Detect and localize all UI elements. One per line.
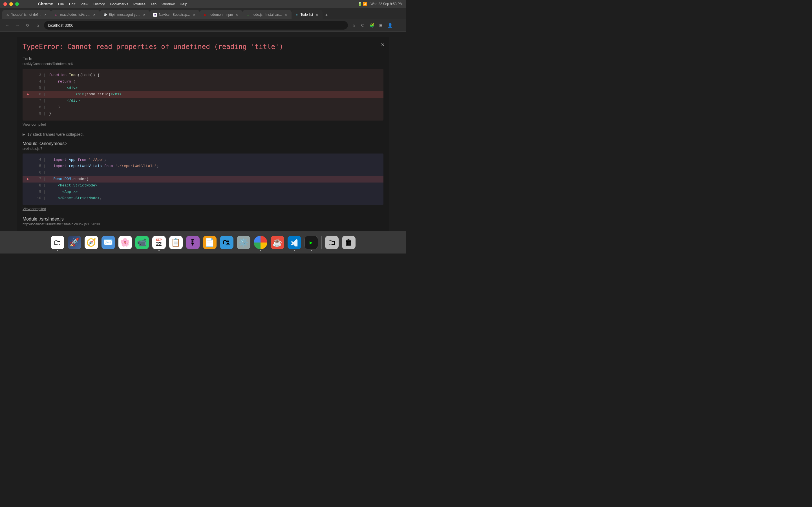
code-error-arrow: ▶ bbox=[27, 92, 33, 97]
dock-dot bbox=[294, 250, 295, 251]
frame-src-file: http://localhost:3000/static/js/main.chu… bbox=[22, 222, 384, 226]
dock-safari[interactable]: 🧭 bbox=[84, 235, 99, 250]
dock-appstore[interactable]: 🛍 bbox=[219, 235, 235, 250]
tab-todolist[interactable]: ⚛ Todo-list ✕ bbox=[292, 10, 323, 19]
tab-close-5[interactable]: ✕ bbox=[235, 12, 239, 17]
view-compiled-1[interactable]: View compiled bbox=[22, 122, 384, 126]
dock-calendar[interactable]: SEP22 bbox=[151, 235, 167, 250]
menu-window[interactable]: Window bbox=[161, 2, 174, 6]
menu-profiles[interactable]: Profiles bbox=[133, 2, 146, 6]
tab-label-1: 'header' is not defi... bbox=[11, 13, 42, 17]
dock-finder2[interactable]: 🗂 bbox=[324, 235, 340, 250]
frame-anon-file: src/index.js:7 bbox=[22, 147, 384, 151]
launchpad-icon: 🚀 bbox=[68, 236, 81, 249]
finder2-icon: 🗂 bbox=[325, 236, 339, 249]
menu-view[interactable]: View bbox=[80, 2, 88, 6]
safari-icon: 🧭 bbox=[85, 236, 98, 249]
dock-podcasts[interactable]: 🎙 bbox=[185, 235, 201, 250]
tab-close-6[interactable]: ✕ bbox=[284, 12, 288, 17]
url-text: localhost:3000 bbox=[48, 23, 73, 27]
tab-bipin[interactable]: 💬 Bipin messaged yo... ✕ bbox=[100, 10, 150, 19]
dock-vscode[interactable] bbox=[287, 235, 302, 250]
tab-favicon-3: 💬 bbox=[103, 13, 107, 17]
dock-facetime[interactable]: 📹 bbox=[134, 235, 150, 250]
appstore-icon: 🛍 bbox=[220, 236, 234, 249]
collapsed-frames[interactable]: ▶ 17 stack frames were collapsed. bbox=[22, 132, 384, 136]
dock-terminal[interactable]: ▶ bbox=[303, 235, 319, 250]
dock-dot bbox=[311, 250, 312, 251]
dock-chrome[interactable] bbox=[253, 235, 268, 250]
java-icon: ☕ bbox=[271, 236, 284, 249]
frame-todo-name: Todo bbox=[22, 56, 384, 61]
bookmark-icon[interactable]: ☆ bbox=[350, 22, 357, 29]
dock-launchpad[interactable]: 🚀 bbox=[66, 235, 82, 250]
tabs-bar: ⚠ 'header' is not defi... ✕ ⬡ react/todo… bbox=[0, 8, 406, 19]
profile-icon[interactable]: 👤 bbox=[386, 22, 394, 29]
tab-header-error[interactable]: ⚠ 'header' is not defi... ✕ bbox=[2, 10, 51, 19]
tab-react-todos[interactable]: ⬡ react/todos-list/src... ✕ bbox=[51, 10, 100, 19]
datetime: Wed 22 Sep 9:53 PM bbox=[370, 2, 403, 6]
close-window-button[interactable] bbox=[3, 2, 7, 6]
view-compiled-2[interactable]: View compiled bbox=[22, 207, 384, 211]
dock-java[interactable]: ☕ bbox=[269, 235, 285, 250]
dock-sysprefs[interactable]: ⚙️ bbox=[236, 235, 252, 250]
new-tab-button[interactable]: + bbox=[322, 11, 331, 19]
frame-anon-name: Module.<anonymous> bbox=[22, 141, 384, 146]
menu-history[interactable]: History bbox=[93, 2, 105, 6]
menu-file[interactable]: File bbox=[58, 2, 64, 6]
error-title: TypeError: Cannot read properties of und… bbox=[22, 43, 384, 51]
extensions-icon[interactable]: ⊞ bbox=[377, 22, 385, 29]
dock-pages[interactable]: 📄 bbox=[202, 235, 218, 250]
tab-label-5: nodemon – npm bbox=[209, 13, 233, 17]
menu-edit[interactable]: Edit bbox=[69, 2, 75, 6]
maximize-window-button[interactable] bbox=[15, 2, 19, 6]
dock-finder[interactable]: 🗂 bbox=[50, 235, 65, 250]
frame-todo-code: 3 | function Todo({todo}) { 4 | return (… bbox=[22, 69, 384, 121]
forward-button[interactable]: → bbox=[13, 21, 21, 29]
toolbar-icons: ☆ 🛡 🧩 ⊞ 👤 ⋮ bbox=[350, 22, 403, 29]
tab-nodejs[interactable]: ⬡ node.js - Install an... ✕ bbox=[243, 10, 291, 19]
tab-close-3[interactable]: ✕ bbox=[142, 12, 146, 17]
menu-tab[interactable]: Tab bbox=[151, 2, 156, 6]
frame-module-anon: Module.<anonymous> src/index.js:7 4 | im… bbox=[22, 141, 384, 211]
system-icons: 🔋 📶 bbox=[358, 2, 367, 6]
tab-favicon-5: ◆ bbox=[203, 13, 207, 17]
chrome-icon bbox=[254, 236, 267, 249]
tab-close-4[interactable]: ✕ bbox=[192, 12, 196, 17]
facetime-icon: 📹 bbox=[135, 236, 149, 249]
puzzle-icon[interactable]: 🧩 bbox=[368, 22, 375, 29]
dock-trash[interactable]: 🗑 bbox=[341, 235, 357, 250]
tab-bootstrap[interactable]: B Navbar · Bootstrap... ✕ bbox=[150, 10, 199, 19]
home-button[interactable]: ⌂ bbox=[34, 21, 42, 29]
dock-mail[interactable]: ✉️ bbox=[100, 235, 116, 250]
reload-button[interactable]: ↻ bbox=[24, 21, 32, 29]
tab-close-7[interactable]: ✕ bbox=[315, 12, 319, 17]
menu-bookmarks[interactable]: Bookmarks bbox=[110, 2, 128, 6]
terminal-icon: ▶ bbox=[305, 236, 318, 249]
frame-module-src: Module../src/index.js http://localhost:3… bbox=[22, 217, 384, 226]
tab-close-1[interactable]: ✕ bbox=[43, 12, 48, 17]
code-line: 6 | bbox=[22, 170, 384, 176]
tab-favicon-4: B bbox=[153, 13, 157, 17]
app-name: Chrome bbox=[38, 2, 53, 6]
dock-reminders[interactable]: 📋 bbox=[168, 235, 184, 250]
menu-icon[interactable]: ⋮ bbox=[395, 22, 403, 29]
tab-label-3: Bipin messaged yo... bbox=[109, 13, 140, 17]
dock-photos[interactable]: 🌸 bbox=[117, 235, 133, 250]
shield-icon[interactable]: 🛡 bbox=[359, 22, 366, 29]
tab-favicon-2: ⬡ bbox=[54, 13, 58, 17]
menu-help[interactable]: Help bbox=[180, 2, 187, 6]
tab-label-7: Todo-list bbox=[301, 13, 313, 17]
code-line: 4 | import App from './App'; bbox=[22, 157, 384, 163]
tab-close-2[interactable]: ✕ bbox=[92, 12, 96, 17]
dock-dot bbox=[57, 250, 58, 251]
code-line: 3 | function Todo({todo}) { bbox=[22, 72, 384, 78]
minimize-window-button[interactable] bbox=[9, 2, 13, 6]
tab-favicon-1: ⚠ bbox=[6, 13, 10, 17]
address-input[interactable]: localhost:3000 bbox=[44, 21, 348, 30]
error-close-button[interactable]: × bbox=[381, 42, 385, 48]
tab-nodemon[interactable]: ◆ nodemon – npm ✕ bbox=[200, 10, 243, 19]
tab-label-2: react/todos-list/src... bbox=[60, 13, 90, 17]
tab-favicon-6: ⬡ bbox=[246, 13, 250, 17]
back-button[interactable]: ← bbox=[3, 21, 11, 29]
